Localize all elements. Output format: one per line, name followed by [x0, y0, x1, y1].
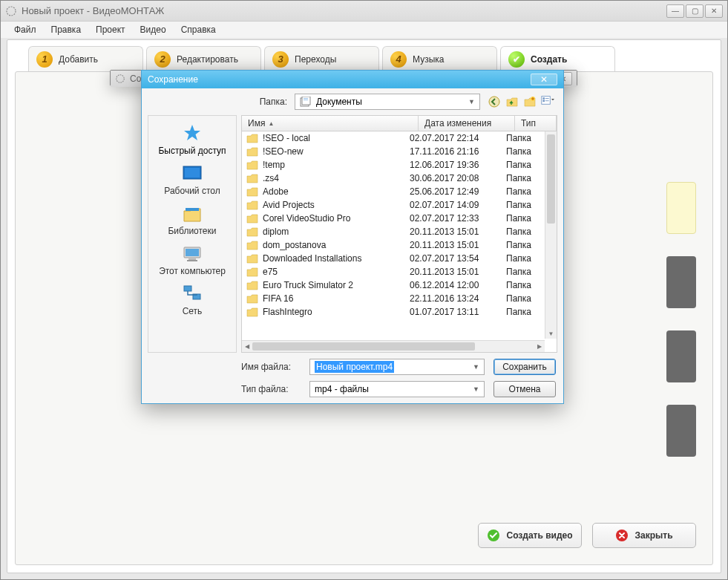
file-row[interactable]: !SEO-new17.11.2016 21:16Папка: [242, 145, 545, 158]
file-row[interactable]: Adobe25.06.2017 12:49Папка: [242, 185, 545, 198]
column-name[interactable]: Имя▲: [242, 116, 419, 131]
filename-value: Новый проект.mp4: [315, 361, 394, 373]
button-label: Создать видео: [506, 530, 572, 541]
save-button[interactable]: Сохранить: [493, 359, 556, 375]
menubar: Файл Правка Проект Видео Справка: [1, 22, 727, 38]
scroll-right-arrow[interactable]: ▶: [534, 341, 545, 352]
file-type: Папка: [506, 280, 540, 290]
chevron-down-icon: ▼: [468, 98, 475, 105]
place-quick-access[interactable]: Быстрый доступ: [151, 120, 233, 159]
maximize-button[interactable]: ▢: [686, 4, 704, 18]
menu-video[interactable]: Видео: [134, 23, 172, 36]
svg-rect-22: [184, 286, 191, 291]
file-name: Adobe: [263, 186, 410, 197]
tab-edit[interactable]: 2Редактировать: [146, 46, 261, 71]
close-wizard-button[interactable]: Закрыть: [592, 523, 696, 548]
place-network[interactable]: Сеть: [151, 281, 233, 319]
computer-icon: [181, 244, 203, 264]
file-row[interactable]: FlashIntegro01.07.2017 13:11Папка: [242, 305, 545, 319]
scroll-down-arrow[interactable]: ▼: [545, 328, 557, 339]
file-type: Папка: [506, 133, 540, 143]
svg-rect-12: [542, 100, 544, 102]
svg-rect-7: [304, 100, 308, 100]
file-row[interactable]: !SEO - local02.07.2017 22:14Папка: [242, 131, 545, 145]
filename-input[interactable]: Новый проект.mp4 ▼: [309, 359, 485, 375]
tab-label: Создать: [531, 54, 567, 65]
chevron-down-icon[interactable]: ▼: [473, 385, 479, 393]
menu-edit[interactable]: Правка: [45, 23, 88, 36]
file-row[interactable]: Avid Projects02.07.2017 14:09Папка: [242, 198, 545, 212]
file-row[interactable]: .zs430.06.2017 20:08Папка: [242, 172, 545, 185]
file-date: 02.07.2017 12:33: [410, 213, 506, 224]
place-libraries[interactable]: Библиотеки: [151, 201, 233, 239]
file-name: !SEO - local: [263, 133, 410, 143]
folder-value: Документы: [316, 97, 362, 107]
place-label: Рабочий стол: [153, 186, 232, 196]
place-computer[interactable]: Этот компьютер: [151, 241, 233, 279]
tab-label: Добавить: [59, 54, 98, 65]
column-type[interactable]: Тип: [515, 116, 557, 131]
titlebar: Новый проект - ВидеоМОНТАЖ — ▢ ✕: [1, 1, 727, 22]
column-date[interactable]: Дата изменения: [419, 116, 515, 131]
file-row[interactable]: Downloaded Installations02.07.2017 13:54…: [242, 252, 545, 265]
file-name: !temp: [263, 160, 410, 170]
file-row[interactable]: diplom20.11.2013 15:01Папка: [242, 225, 545, 238]
file-row[interactable]: Corel VideoStudio Pro02.07.2017 12:33Пап…: [242, 212, 545, 225]
svg-point-3: [117, 75, 125, 83]
file-name: Corel VideoStudio Pro: [263, 213, 410, 224]
back-icon[interactable]: [488, 95, 501, 108]
up-folder-icon[interactable]: [505, 95, 519, 108]
folder-icon: [246, 307, 258, 317]
folder-icon: [246, 160, 258, 170]
tab-transitions[interactable]: 3Переходы: [264, 46, 379, 71]
file-date: 30.06.2017 20:08: [410, 173, 506, 183]
folder-icon: [246, 267, 258, 277]
tab-create[interactable]: Создать: [500, 46, 615, 71]
app-icon: [5, 5, 17, 17]
filetype-dropdown[interactable]: mp4 - файлы ▼: [309, 381, 485, 397]
new-folder-icon[interactable]: [523, 95, 537, 108]
file-name: FlashIntegro: [263, 307, 410, 317]
save-dialog-title: Сохранение: [148, 74, 198, 85]
tab-label: Переходы: [295, 54, 336, 65]
folder-icon: [246, 173, 258, 183]
tab-music[interactable]: 4Музыка: [382, 46, 497, 71]
file-name: Euro Truck Simulator 2: [263, 280, 410, 290]
file-row[interactable]: FIFA 1622.11.2016 13:24Папка: [242, 292, 545, 305]
minimize-button[interactable]: —: [666, 4, 684, 18]
tab-add[interactable]: 1Добавить: [28, 46, 143, 71]
dialog-close-button[interactable]: ✕: [531, 74, 557, 85]
create-video-button[interactable]: Создать видео: [478, 523, 582, 548]
svg-rect-6: [304, 98, 308, 99]
tab-label: Музыка: [413, 54, 444, 65]
sort-asc-icon: ▲: [268, 120, 274, 127]
place-desktop[interactable]: Рабочий стол: [151, 160, 233, 199]
file-row[interactable]: Euro Truck Simulator 206.12.2014 12:00Па…: [242, 278, 545, 292]
scrollbar-thumb[interactable]: [252, 342, 475, 351]
menu-project[interactable]: Проект: [90, 23, 131, 36]
save-dialog-titlebar: Сохранение ✕: [142, 71, 563, 88]
svg-point-8: [489, 97, 499, 107]
file-date: 02.07.2017 22:14: [410, 133, 506, 143]
folder-dropdown[interactable]: Документы ▼: [295, 94, 480, 110]
folder-icon: [246, 186, 258, 197]
scroll-left-arrow[interactable]: ◀: [242, 341, 252, 352]
place-label: Этот компьютер: [153, 266, 232, 276]
horizontal-scrollbar[interactable]: ◀ ▶: [242, 340, 545, 352]
file-row[interactable]: dom_postanova20.11.2013 15:01Папка: [242, 238, 545, 252]
scrollbar-thumb[interactable]: [547, 134, 555, 224]
svg-rect-14: [545, 100, 549, 101]
file-date: 20.11.2013 15:01: [410, 227, 506, 237]
file-row[interactable]: !temp12.06.2017 19:36Папка: [242, 158, 545, 172]
folder-icon: [246, 253, 258, 264]
file-row[interactable]: e7520.11.2013 15:01Папка: [242, 265, 545, 278]
window-title: Новый проект - ВидеоМОНТАЖ: [22, 5, 666, 16]
chevron-down-icon[interactable]: ▼: [473, 363, 479, 371]
close-button[interactable]: ✕: [705, 4, 723, 18]
menu-help[interactable]: Справка: [175, 23, 222, 36]
view-mode-icon[interactable]: [541, 95, 554, 108]
cancel-button[interactable]: Отмена: [493, 381, 556, 397]
vertical-scrollbar[interactable]: ▲ ▼: [545, 131, 557, 339]
app-icon: [115, 74, 125, 84]
menu-file[interactable]: Файл: [8, 23, 42, 36]
